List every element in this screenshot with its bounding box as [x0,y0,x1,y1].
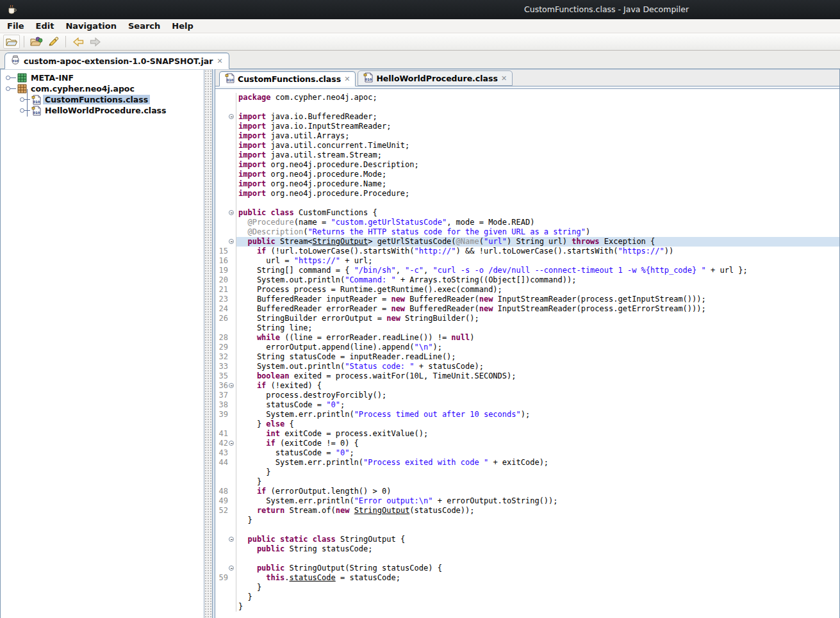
line-number [215,554,228,564]
fold-gutter [228,247,236,256]
menu-navigation[interactable]: Navigation [60,20,122,31]
fold-gutter [228,275,236,285]
code-text: System.err.println("Process exited with … [236,458,839,468]
window-title: CustomFunctions.class - Java Decompiler [524,4,689,14]
line-number [215,564,228,573]
fold-collapse-icon[interactable] [229,210,234,215]
tree-expand-handle-icon[interactable] [6,86,10,91]
fold-collapse-icon[interactable] [229,239,234,244]
line-number: 23 [215,295,228,304]
tree-branch-line [27,89,28,117]
code-line: package com.cypher.neo4j.apoc; [215,93,839,102]
tree-item-meta-inf[interactable]: META-INF [1,72,204,83]
tree-item-customfunctions-class[interactable]: 010CustomFunctions.class [1,94,204,105]
menu-edit[interactable]: Edit [30,20,60,31]
fold-gutter [228,468,236,477]
code-text: } [236,602,839,612]
code-text: } [236,592,839,602]
fold-collapse-icon[interactable] [229,114,234,119]
tool-bar [0,33,840,51]
forward-icon[interactable] [86,35,103,49]
fold-gutter [228,304,236,314]
editor-tab-label: HelloWorldProcedure.class [376,74,497,83]
tab-helloworldprocedure[interactable]: 010 HelloWorldProcedure.class ✕ [358,70,513,86]
code-line: } [215,583,839,592]
code-line: } [215,602,839,612]
code-line: 41 int exitCode = process.exitValue(); [215,429,839,439]
tree-item-helloworldprocedure-class[interactable]: 010HelloWorldProcedure.class [1,105,204,116]
line-number [215,160,228,170]
line-number: 19 [215,266,228,275]
code-text: int exitCode = process.exitValue(); [236,429,839,439]
code-text: import java.util.Arrays; [236,131,839,141]
line-number: 38 [215,400,228,410]
code-text [236,525,839,535]
fold-gutter [228,237,236,247]
fold-collapse-icon[interactable] [229,537,234,542]
code-line [215,554,839,564]
code-line: 35 boolean exited = process.waitFor(10L,… [215,371,839,381]
back-icon[interactable] [70,35,86,49]
code-text [236,554,839,564]
svg-text:010: 010 [33,110,40,114]
fold-collapse-icon[interactable] [229,441,234,446]
line-number: 15 [215,247,228,256]
menu-file[interactable]: File [1,20,30,31]
fold-gutter [228,371,236,381]
fold-gutter [228,535,236,544]
line-number: 39 [215,410,228,419]
fold-gutter [228,314,236,323]
close-icon[interactable]: ✕ [501,75,507,82]
close-icon[interactable]: ✕ [344,76,350,83]
menu-help[interactable]: Help [166,20,199,31]
code-line [215,525,839,535]
fold-gutter [228,554,236,564]
code-text: while ((line = errorReader.readLine()) !… [236,333,839,343]
fold-collapse-icon[interactable] [229,383,234,388]
line-number: 49 [215,496,228,506]
code-line: import java.io.InputStreamReader; [215,122,839,131]
line-number: 35 [215,371,228,381]
line-number [215,602,228,612]
code-line: 44 System.err.println("Process exited wi… [215,458,839,468]
fold-gutter [228,141,236,150]
code-line: 29 errorOutput.append(line).append("\n")… [215,343,839,352]
tab-customfunctions[interactable]: 010 CustomFunctions.class ✕ [219,71,356,86]
line-number [215,544,228,554]
line-number [215,179,228,189]
tree-expand-handle-icon[interactable] [20,97,24,102]
code-line: import java.util.Arrays; [215,131,839,141]
class-file-icon: 010 [363,72,373,85]
search-icon[interactable] [45,35,62,49]
fold-gutter [228,189,236,199]
fold-gutter [228,352,236,362]
tree-scrollbar[interactable] [204,70,212,618]
tree-item-com-cypher-neo4j-apoc[interactable]: com.cypher.neo4j.apoc [1,83,204,94]
open-file-icon[interactable] [3,35,20,49]
line-number: 33 [215,362,228,371]
line-number [215,323,228,333]
decompiled-source-view[interactable]: package com.cypher.neo4j.apoc;import jav… [215,89,839,618]
code-text: } [236,583,839,592]
code-text: BufferedReader inputReader = new Buffere… [236,295,839,304]
code-text: if (!url.toLowerCase().startsWith("http:… [236,247,839,256]
line-number [215,199,228,208]
fold-gutter [228,458,236,468]
code-line: 48 if (errorOutput.length() > 0) [215,487,839,496]
fold-gutter [228,496,236,506]
tree-expand-handle-icon[interactable] [6,76,10,80]
fold-gutter [228,256,236,266]
tree-expand-handle-icon[interactable] [20,108,24,113]
code-line: import java.io.BufferedReader; [215,112,839,122]
fold-gutter [228,362,236,371]
code-line: import java.util.stream.Stream; [215,150,839,160]
close-icon[interactable]: ✕ [217,58,222,65]
line-number [215,419,228,429]
jar-tab[interactable]: 010 custom-apoc-extension-1.0-SNAPSHOT.j… [4,53,229,69]
fold-gutter [228,400,236,410]
code-line: 20 System.out.println("Command: " + Arra… [215,275,839,285]
fold-collapse-icon[interactable] [229,565,234,571]
menu-search[interactable]: Search [122,20,166,31]
open-type-icon[interactable] [28,35,45,49]
code-text: StringBuilder errorOutput = new StringBu… [236,314,839,323]
